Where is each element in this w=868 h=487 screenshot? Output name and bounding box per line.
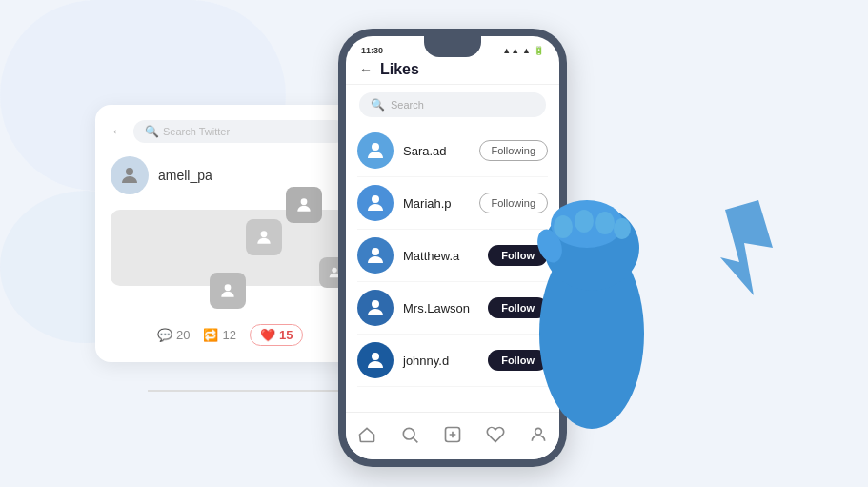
phone-notch bbox=[424, 36, 481, 57]
horizontal-divider bbox=[148, 390, 367, 392]
twitter-avatar bbox=[111, 156, 149, 194]
twitter-search-placeholder: Search Twitter bbox=[163, 126, 230, 137]
blue-arrow-decoration bbox=[701, 191, 777, 305]
twitter-search-bar: 🔍 Search Twitter bbox=[133, 120, 347, 143]
nav-search-icon[interactable] bbox=[394, 419, 425, 450]
user-avatar-matthew bbox=[357, 237, 394, 274]
retweet-icon: 🔁 bbox=[203, 328, 218, 342]
svg-point-3 bbox=[332, 268, 336, 273]
signal-icon: ▲▲ bbox=[502, 46, 519, 55]
stats-row: 💬 20 🔁 12 ❤️ 15 bbox=[157, 324, 303, 346]
svg-point-0 bbox=[126, 168, 133, 175]
user-avatar-sara bbox=[357, 132, 394, 169]
svg-point-7 bbox=[372, 248, 379, 255]
user-avatar-johnnyd bbox=[357, 342, 394, 378]
search-placeholder: Search bbox=[391, 99, 424, 111]
svg-point-10 bbox=[404, 428, 415, 439]
wifi-icon: ▲ bbox=[522, 46, 531, 55]
user-avatar-mariah bbox=[357, 185, 394, 221]
page-title: Likes bbox=[380, 61, 419, 78]
svg-point-8 bbox=[372, 300, 379, 308]
twitter-username: amell_pa bbox=[158, 168, 212, 183]
like-count: 15 bbox=[279, 328, 293, 342]
retweet-count: 12 bbox=[222, 328, 235, 342]
user-name-mrslawson: Mrs.Lawson bbox=[403, 301, 478, 315]
svg-point-20 bbox=[575, 210, 594, 233]
battery-icon: 🔋 bbox=[534, 46, 544, 55]
hand-illustration bbox=[506, 143, 677, 429]
user-avatar-mrslawson bbox=[357, 290, 394, 326]
notif-bubble-1 bbox=[246, 219, 282, 255]
search-icon: 🔍 bbox=[371, 98, 385, 112]
user-name-sara: Sara.ad bbox=[403, 144, 470, 158]
status-icons: ▲▲ ▲ 🔋 bbox=[502, 46, 544, 55]
svg-line-11 bbox=[414, 437, 418, 442]
svg-point-5 bbox=[372, 143, 379, 151]
svg-point-21 bbox=[595, 212, 615, 234]
user-name-mariah: Mariah.p bbox=[403, 196, 470, 211]
svg-point-2 bbox=[301, 198, 308, 205]
svg-point-9 bbox=[372, 353, 379, 360]
nav-home-icon[interactable] bbox=[352, 419, 382, 450]
notif-bubble-2 bbox=[286, 187, 322, 223]
comment-stat: 💬 20 bbox=[157, 328, 190, 342]
retweet-stat: 🔁 12 bbox=[203, 328, 235, 342]
svg-point-1 bbox=[261, 231, 268, 237]
svg-point-22 bbox=[614, 218, 631, 239]
svg-point-6 bbox=[372, 195, 379, 203]
time-display: 11:30 bbox=[361, 46, 383, 55]
notif-bubble-4 bbox=[210, 273, 246, 309]
search-icon-small: 🔍 bbox=[145, 125, 159, 138]
user-name-matthew: Matthew.a bbox=[403, 249, 478, 263]
app-header: ← Likes bbox=[346, 57, 559, 85]
user-name-johnnyd: johnny.d bbox=[403, 354, 478, 368]
app-search-bar[interactable]: 🔍 Search bbox=[359, 92, 546, 117]
back-icon: ← bbox=[111, 123, 126, 140]
heart-icon: ❤️ bbox=[260, 328, 275, 342]
comment-count: 20 bbox=[176, 328, 190, 342]
svg-point-4 bbox=[225, 284, 232, 291]
comment-icon: 💬 bbox=[157, 328, 172, 342]
twitter-card-header: ← 🔍 Search Twitter bbox=[111, 120, 347, 143]
like-stat: ❤️ 15 bbox=[250, 324, 303, 346]
nav-add-icon[interactable] bbox=[437, 419, 468, 450]
app-back-button[interactable]: ← bbox=[359, 62, 373, 77]
